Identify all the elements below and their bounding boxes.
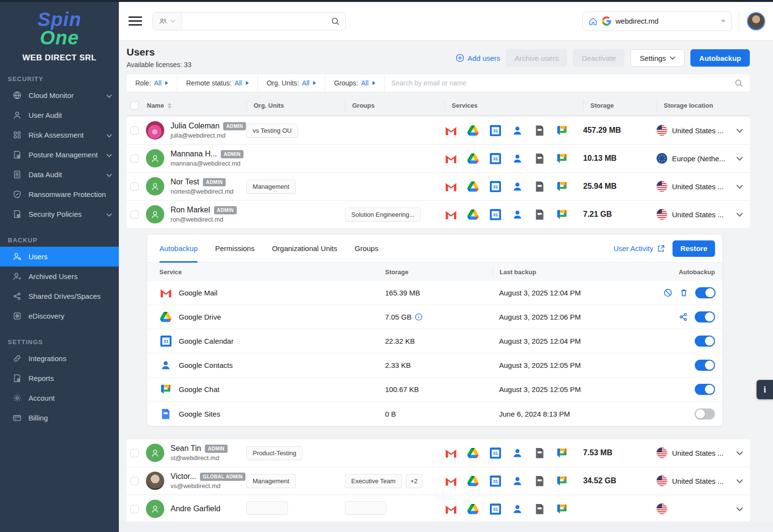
search-icon[interactable]	[734, 79, 743, 87]
settings-button[interactable]: Settings	[630, 49, 685, 67]
sidebar-item-users[interactable]: Users	[0, 247, 119, 266]
sidebar-item-user-audit[interactable]: User Audit	[0, 105, 119, 125]
sidebar-item-security-policies[interactable]: Security Policies	[0, 204, 119, 224]
logo-one: One	[0, 29, 119, 46]
last-backup-time: August 3, 2025 12:04 PM	[499, 289, 663, 297]
search-input[interactable]	[182, 13, 331, 30]
sites-icon	[533, 447, 546, 459]
expand-row-chevron[interactable]	[730, 507, 750, 511]
filter-bar: Role:All Remote status:All Org. Units:Al…	[127, 74, 750, 92]
sidebar-item-ediscovery[interactable]: eDiscovery	[0, 306, 119, 326]
tab-groups[interactable]: Groups	[355, 235, 378, 263]
topbar-right: webdirect.md	[582, 11, 765, 32]
svg-text:31: 31	[493, 478, 498, 484]
archive-users-button[interactable]: Archive users	[506, 49, 567, 67]
expand-row-chevron[interactable]	[730, 451, 750, 455]
add-users-button[interactable]: Add users	[456, 54, 501, 62]
autobackup-toggle[interactable]	[695, 336, 715, 347]
autobackup-button[interactable]: Autobackup	[690, 49, 750, 67]
table-row[interactable]: Victor...GLOBAL ADMIN vs@webdirect.md Ma…	[127, 467, 750, 494]
restore-button[interactable]: Restore	[673, 240, 715, 257]
users-page: Users Available licenses: 33 Add users A…	[119, 41, 773, 521]
service-storage: 7.05 GB	[385, 313, 412, 321]
user-activity-link[interactable]: User Activity	[614, 244, 665, 252]
row-checkbox[interactable]	[130, 182, 139, 191]
expand-row-chevron[interactable]	[730, 212, 750, 217]
table-row[interactable]: Julia ColemanADMIN julia@webdirect.md vs…	[127, 117, 750, 144]
gear-icon	[13, 393, 22, 403]
sidebar-item-posture-management[interactable]: Posture Management	[0, 145, 119, 165]
search-icon[interactable]	[331, 17, 340, 26]
svg-text:31: 31	[163, 338, 169, 344]
calendar-icon: 31	[489, 125, 501, 136]
sidebar-item-reports[interactable]: Reports	[0, 368, 119, 388]
filter-role[interactable]: Role:All	[127, 74, 177, 92]
expand-row-chevron[interactable]	[730, 184, 750, 189]
row-checkbox[interactable]	[130, 505, 139, 513]
block-backup-icon[interactable]	[663, 288, 673, 297]
filter-groups[interactable]: Groups:All	[325, 74, 384, 92]
sidebar-item-risk-assessment[interactable]: Risk Assessment	[0, 125, 119, 145]
delete-backup-icon[interactable]	[679, 288, 688, 297]
sort-icon[interactable]	[168, 103, 172, 109]
sidebar-item-integrations[interactable]: Integrations	[0, 349, 119, 368]
drive-icon	[159, 311, 172, 323]
last-backup-time: August 3, 2025 12:05 PM	[499, 385, 663, 393]
autobackup-toggle[interactable]	[695, 287, 716, 298]
eu-flag-icon	[657, 153, 667, 164]
info-edge-button[interactable]: i	[757, 380, 773, 399]
autobackup-toggle[interactable]	[695, 408, 715, 420]
table-row[interactable]: Ron MarkelADMIN ron@webdirect.md Solutio…	[127, 201, 750, 228]
info-icon[interactable]	[415, 313, 422, 321]
sidebar-item-billing[interactable]: Billing	[0, 408, 119, 428]
expand-row-chevron[interactable]	[730, 479, 750, 483]
row-checkbox[interactable]	[130, 126, 139, 135]
shared-drives-icon[interactable]	[679, 312, 688, 322]
calendar-icon: 31	[159, 336, 172, 347]
table-row[interactable]: Mannana H...ADMIN mannana@webdirect.md 3…	[127, 145, 750, 172]
table-row[interactable]: Sean TinADMIN st@webdirect.md Product-Te…	[127, 439, 750, 466]
tab-autobackup[interactable]: Autobackup	[159, 235, 198, 263]
autobackup-toggle[interactable]	[695, 360, 715, 371]
user-search-input[interactable]	[391, 79, 734, 87]
services-icons: 31	[444, 503, 583, 515]
group-chip: Solution Engineering...	[345, 208, 421, 222]
account-avatar[interactable]	[747, 12, 765, 30]
sidebar-item-cloud-monitor[interactable]: Cloud Monitor	[0, 85, 119, 105]
select-all-checkbox[interactable]	[130, 101, 139, 110]
filter-org-units[interactable]: Org. Units:All	[258, 74, 325, 92]
sidebar-item-ransomware-protection[interactable]: Ransomware Protection	[0, 184, 119, 204]
avatar	[146, 149, 164, 168]
tab-permissions[interactable]: Permissions	[215, 235, 255, 263]
admin-badge: ADMIN	[203, 178, 226, 186]
drive-icon	[467, 503, 479, 515]
autobackup-toggle[interactable]	[695, 311, 715, 322]
sidebar-item-archived-users[interactable]: Archived Users	[0, 266, 119, 286]
svg-text:31: 31	[493, 212, 498, 217]
services-icons: 31	[444, 209, 583, 220]
table-row[interactable]: Andre Garfield 31	[127, 495, 750, 521]
sidebar-item-data-audit[interactable]: Data Audit	[0, 165, 119, 184]
domain-selector[interactable]: webdirect.md	[582, 12, 732, 31]
row-checkbox[interactable]	[130, 477, 139, 485]
expand-row-chevron[interactable]	[730, 156, 750, 161]
expand-row-chevron[interactable]	[730, 128, 750, 133]
sidebar-item-shared-drives[interactable]: Shared Drives/Spaces	[0, 286, 119, 306]
more-groups-chip[interactable]: +2	[406, 474, 423, 488]
menu-toggle-button[interactable]	[129, 14, 142, 28]
filter-remote-status[interactable]: Remote status:All	[177, 74, 258, 92]
deactivate-button[interactable]: Deactivate	[573, 49, 625, 67]
sidebar-item-account[interactable]: Account	[0, 388, 119, 408]
row-checkbox[interactable]	[130, 154, 139, 163]
section-security: SECURITY	[0, 75, 119, 83]
domain-name: webdirect.md	[616, 17, 716, 25]
chat-icon	[556, 503, 568, 515]
row-checkbox[interactable]	[130, 210, 139, 219]
row-checkbox[interactable]	[130, 449, 139, 457]
table-row[interactable]: Nor TestADMIN nortest@webdirect.md Manag…	[127, 173, 750, 200]
people-icon	[159, 18, 167, 25]
autobackup-toggle[interactable]	[695, 384, 715, 395]
tab-organizational-units[interactable]: Organizational Units	[272, 235, 337, 263]
search-scope-selector[interactable]	[153, 13, 182, 30]
user-email: nortest@webdirect.md	[171, 188, 233, 195]
